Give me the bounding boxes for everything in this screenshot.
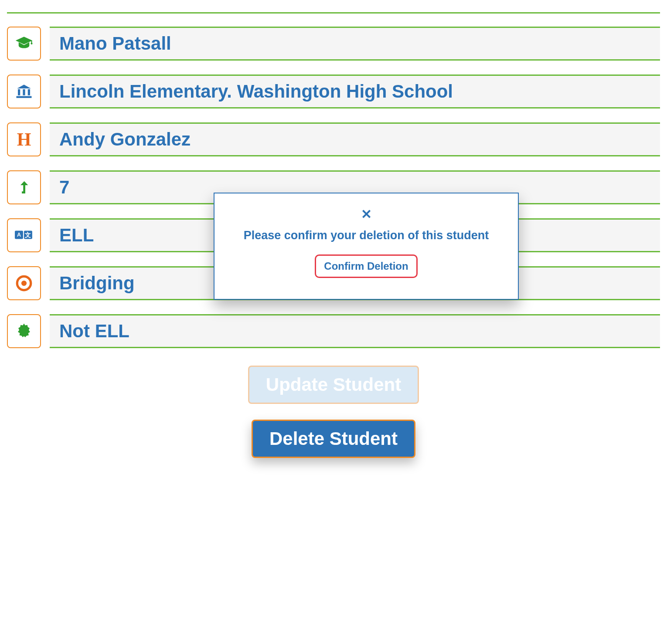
level-value: Bridging [59, 273, 135, 294]
action-buttons: Update Student Delete Student [7, 366, 660, 458]
confirm-label: Confirm Deletion [324, 260, 408, 272]
svg-rect-5 [17, 96, 32, 98]
top-divider [7, 12, 660, 14]
close-icon[interactable]: ✕ [361, 207, 372, 222]
svg-rect-1 [31, 41, 32, 44]
confirm-deletion-button[interactable]: Confirm Deletion [315, 254, 417, 278]
update-label: Update Student [266, 374, 401, 395]
svg-rect-2 [18, 89, 20, 95]
teacher-value: Andy Gonzalez [59, 129, 191, 150]
confirm-delete-dialog: ✕ Please confirm your deletion of this s… [214, 193, 519, 300]
target-icon [7, 266, 41, 300]
institution-icon [7, 75, 41, 108]
letter-h-icon: H [7, 122, 41, 156]
row-teacher: H Andy Gonzalez [7, 122, 660, 156]
dialog-message: Please confirm your deletion of this stu… [229, 229, 503, 242]
school-field[interactable]: Lincoln Elementary. Washington High Scho… [50, 75, 660, 108]
school-value: Lincoln Elementary. Washington High Scho… [59, 81, 453, 102]
graduation-cap-icon [7, 27, 41, 61]
svg-rect-4 [28, 89, 30, 95]
svg-rect-3 [23, 89, 25, 95]
student-name-value: Mano Patsall [59, 33, 171, 54]
student-name-field[interactable]: Mano Patsall [50, 27, 660, 61]
level-up-icon [7, 170, 41, 204]
svg-text:文: 文 [24, 231, 31, 238]
svg-text:A: A [17, 232, 21, 238]
update-student-button[interactable]: Update Student [248, 366, 419, 404]
badge-icon [7, 314, 41, 348]
status-field[interactable]: Not ELL [50, 314, 660, 348]
row-school: Lincoln Elementary. Washington High Scho… [7, 75, 660, 108]
row-status: Not ELL [7, 314, 660, 348]
status-value: Not ELL [59, 321, 129, 342]
teacher-field[interactable]: Andy Gonzalez [50, 122, 660, 156]
delete-label: Delete Student [269, 428, 398, 449]
svg-point-11 [21, 281, 27, 286]
delete-student-button[interactable]: Delete Student [252, 420, 415, 458]
program-value: ELL [59, 225, 94, 246]
language-icon: A 文 [7, 218, 41, 252]
grade-value: 7 [59, 177, 69, 198]
row-student-name: Mano Patsall [7, 27, 660, 61]
